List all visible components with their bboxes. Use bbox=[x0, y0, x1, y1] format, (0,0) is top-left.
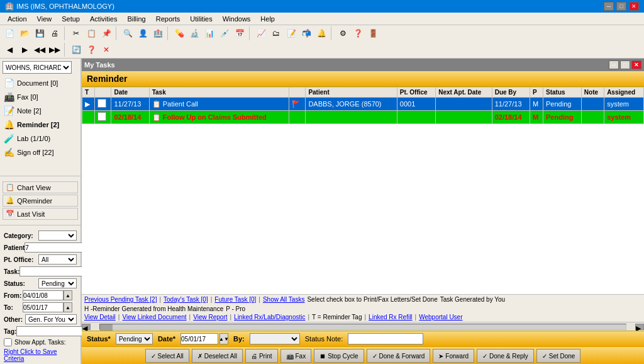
tb-btn10[interactable]: 💉 bbox=[218, 26, 231, 40]
view-linked-doc-link[interactable]: View Linked Document bbox=[122, 314, 186, 321]
tb-copy[interactable]: 📋 bbox=[84, 26, 98, 40]
tb-open[interactable]: 📂 bbox=[18, 26, 31, 40]
sidebar-item-signoff[interactable]: ✍️ Sign off [22] bbox=[0, 145, 80, 159]
other-select[interactable]: Gen. For You bbox=[25, 314, 77, 324]
close-button[interactable]: ✕ bbox=[629, 2, 639, 11]
tb-back[interactable]: ◀ bbox=[3, 43, 16, 57]
sidebar-item-note[interactable]: 📝 Note [2] bbox=[0, 104, 80, 118]
tb-btn11[interactable]: 📅 bbox=[233, 26, 247, 40]
sidebar-item-fax[interactable]: 📠 Fax [0] bbox=[0, 90, 80, 104]
to-input[interactable] bbox=[23, 302, 64, 312]
print-btn[interactable]: 🖨 Print bbox=[245, 349, 278, 363]
to-spin-up[interactable]: ▲ bbox=[64, 302, 72, 312]
row-checkbox[interactable] bbox=[97, 112, 106, 121]
tb-btn5[interactable]: 👤 bbox=[136, 26, 150, 40]
minimize-button[interactable]: ─ bbox=[604, 2, 614, 11]
menu-view[interactable]: View bbox=[32, 14, 57, 24]
cell-checkbox[interactable] bbox=[94, 98, 111, 111]
tb-search[interactable]: 🔍 bbox=[121, 26, 135, 40]
tb-save[interactable]: 💾 bbox=[33, 26, 47, 40]
tb-btn3[interactable]: 🖨 bbox=[48, 26, 62, 40]
scroll-thumb[interactable] bbox=[100, 324, 113, 331]
tb-new[interactable]: 📄 bbox=[3, 26, 16, 40]
chart-view-btn[interactable]: 📋 Chart View bbox=[3, 181, 78, 193]
status-select[interactable]: Pending bbox=[38, 278, 77, 288]
menu-reports[interactable]: Reports bbox=[151, 14, 186, 24]
last-visit-btn[interactable]: 📅 Last Visit bbox=[3, 208, 78, 220]
cell-checkbox[interactable] bbox=[94, 111, 111, 124]
scroll-left-btn[interactable]: ◀ bbox=[82, 324, 91, 330]
horizontal-scrollbar[interactable]: ◀ ▶ bbox=[82, 322, 644, 331]
view-detail-link[interactable]: View Detail bbox=[84, 314, 116, 321]
tb-btn16[interactable]: 🔔 bbox=[314, 26, 328, 40]
menu-activities[interactable]: Activities bbox=[85, 14, 122, 24]
tb-btn14[interactable]: 📝 bbox=[284, 26, 298, 40]
tb-btn6[interactable]: 🏥 bbox=[151, 26, 165, 40]
tb-back2[interactable]: ◀◀ bbox=[33, 43, 47, 57]
menu-utilities[interactable]: Utilities bbox=[185, 14, 217, 24]
tb-btn8[interactable]: 🔬 bbox=[187, 26, 201, 40]
table-row[interactable]: 02/18/14 📋 Follow Up on Claims Submitted… bbox=[82, 111, 644, 124]
row-checkbox[interactable] bbox=[97, 99, 106, 108]
prev-task-link[interactable]: Previous Pending Task [2] bbox=[84, 296, 157, 303]
date-value-input[interactable] bbox=[180, 333, 218, 344]
user-select[interactable]: WOHNS, RICHARD bbox=[3, 61, 72, 74]
menu-windows[interactable]: Windows bbox=[218, 14, 256, 24]
set-done-btn[interactable]: ✓ Set Done bbox=[536, 349, 581, 363]
category-select[interactable] bbox=[38, 230, 77, 241]
linked-rx-refill-link[interactable]: Linked Rx Refill bbox=[369, 314, 412, 321]
tb-btn9[interactable]: 📊 bbox=[203, 26, 216, 40]
status-note-input[interactable] bbox=[348, 333, 423, 344]
sidebar-item-lab[interactable]: 🧪 Lab (1/1/0) bbox=[0, 132, 80, 145]
tasks-close-btn[interactable]: ✕ bbox=[631, 60, 641, 69]
menu-action[interactable]: Action bbox=[3, 14, 32, 24]
status-value-select[interactable]: Pending bbox=[116, 333, 153, 344]
ptoffice-select[interactable]: All bbox=[38, 254, 77, 264]
tb-close[interactable]: ✕ bbox=[99, 43, 113, 57]
from-input[interactable] bbox=[23, 290, 64, 300]
scroll-track[interactable] bbox=[99, 324, 626, 330]
tb-help2[interactable]: ❓ bbox=[84, 43, 98, 57]
tb-cut[interactable]: ✂ bbox=[69, 26, 83, 40]
deselect-all-btn[interactable]: ✗ Deselect All bbox=[192, 349, 243, 363]
tb-refresh[interactable]: 🔄 bbox=[69, 43, 83, 57]
today-task-link[interactable]: Today's Task [0] bbox=[164, 296, 208, 303]
menu-billing[interactable]: Billing bbox=[122, 14, 150, 24]
tasks-table-container[interactable]: T Date Task Patient Pt. Office Next Apt.… bbox=[82, 87, 644, 294]
webportal-link[interactable]: Webportal User bbox=[419, 314, 462, 321]
table-row[interactable]: ▶ 11/27/13 📋 Patient Call 🚩 DABBS, JORGE… bbox=[82, 98, 644, 111]
menu-help[interactable]: Help bbox=[255, 14, 280, 24]
menu-setup[interactable]: Setup bbox=[57, 14, 85, 24]
save-criteria-link[interactable]: Right Click to Save Criteria bbox=[4, 348, 77, 362]
linked-rx-link[interactable]: Linked Rx/Lab/Diagnostic bbox=[234, 314, 305, 321]
sidebar-item-document[interactable]: 📄 Document [0] bbox=[0, 76, 80, 90]
tb-forward[interactable]: ▶ bbox=[18, 43, 31, 57]
tasks-minimize-btn[interactable]: ─ bbox=[609, 60, 619, 69]
tasks-maximize-btn[interactable]: □ bbox=[620, 60, 630, 69]
from-spin-up[interactable]: ▲ bbox=[64, 290, 72, 300]
done-forward-btn[interactable]: ✓ Done & Forward bbox=[367, 349, 431, 363]
tb-btn7[interactable]: 💊 bbox=[172, 26, 186, 40]
tb-fwd2[interactable]: ▶▶ bbox=[48, 43, 62, 57]
scroll-right-btn[interactable]: ▶ bbox=[635, 324, 644, 330]
tb-btn15[interactable]: 📬 bbox=[299, 26, 313, 40]
user-dropdown[interactable]: WOHNS, RICHARD bbox=[3, 61, 78, 74]
date-spin-btn[interactable]: ▲▼ bbox=[219, 333, 228, 344]
show-all-link[interactable]: Show All Tasks bbox=[263, 296, 305, 303]
forward-btn[interactable]: ➤ Forward bbox=[433, 349, 474, 363]
tb-exit[interactable]: 🚪 bbox=[366, 26, 380, 40]
by-select[interactable] bbox=[250, 333, 300, 344]
tb-btn13[interactable]: 🗂 bbox=[269, 26, 283, 40]
tb-help[interactable]: ❓ bbox=[351, 26, 365, 40]
stop-cycle-btn[interactable]: ⏹ Stop Cycle bbox=[314, 349, 364, 363]
maximize-button[interactable]: □ bbox=[616, 2, 626, 11]
done-reply-btn[interactable]: ✓ Done & Reply bbox=[477, 349, 534, 363]
fax-btn[interactable]: 📠 Fax bbox=[280, 349, 312, 363]
view-report-link[interactable]: View Report bbox=[193, 314, 227, 321]
tb-chart[interactable]: 📈 bbox=[254, 26, 268, 40]
tb-settings[interactable]: ⚙ bbox=[336, 26, 350, 40]
tb-paste[interactable]: 📌 bbox=[99, 26, 113, 40]
future-task-link[interactable]: Future Task [0] bbox=[214, 296, 256, 303]
qreminder-btn[interactable]: 🔔 QReminder bbox=[3, 195, 78, 207]
select-all-btn[interactable]: ✓ Select All bbox=[145, 349, 189, 363]
